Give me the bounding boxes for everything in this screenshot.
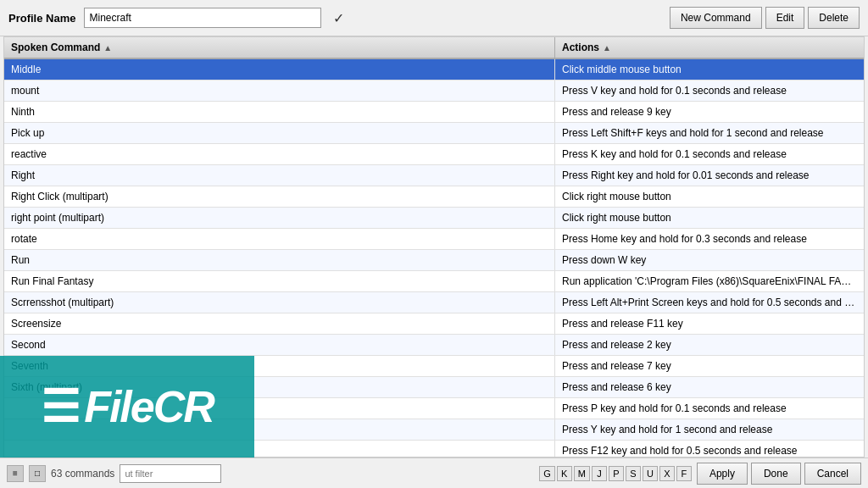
cell-action: Click middle mouse button <box>555 59 864 80</box>
table-row[interactable]: Press P key and hold for 0.1 seconds and… <box>4 398 864 419</box>
table-row[interactable]: RightPress Right key and hold for 0.01 s… <box>4 165 864 186</box>
cell-action: Press K key and hold for 0.1 seconds and… <box>555 144 864 164</box>
letter-filter-btn-m[interactable]: M <box>574 466 590 481</box>
commands-table: Spoken Command ▲ Actions ▲ MiddleClick m… <box>3 36 865 458</box>
cell-spoken: Sixth (multipart) <box>4 377 555 397</box>
letter-filter: GKMJPSUXF <box>539 466 692 481</box>
letter-filter-btn-s[interactable]: S <box>626 466 641 481</box>
table-row[interactable]: ScreensizePress and release F11 key <box>4 313 864 335</box>
actions-sort-icon: ▲ <box>603 43 611 53</box>
table-row[interactable]: SecondPress and release 2 key <box>4 335 864 356</box>
table-row[interactable]: Run Final FantasyRun application 'C:\Pro… <box>4 271 864 292</box>
cell-action: Click right mouse button <box>555 186 864 207</box>
edit-button[interactable]: Edit <box>765 7 805 29</box>
table-row[interactable]: MiddleClick middle mouse button <box>4 59 864 80</box>
letter-filter-btn-p[interactable]: P <box>609 466 624 481</box>
cell-action: Press and release F11 key <box>555 313 864 334</box>
cell-spoken: Pick up <box>4 123 555 143</box>
table-row[interactable]: Press F12 key and hold for 0.5 seconds a… <box>4 441 864 457</box>
cell-action: Press Home key and hold for 0.3 seconds … <box>555 229 864 249</box>
table-row[interactable]: RunPress down W key <box>4 250 864 271</box>
table-row[interactable]: Press Y key and hold for 1 second and re… <box>4 419 864 441</box>
cell-action: Press Right key and hold for 0.01 second… <box>555 165 864 186</box>
cell-action: Press V key and hold for 0.1 seconds and… <box>555 80 864 101</box>
table-row[interactable]: Scrrensshot (multipart)Press Left Alt+Pr… <box>4 292 864 313</box>
cell-action: Press Left Alt+Print Screen keys and hol… <box>555 292 864 313</box>
filter-input[interactable] <box>120 464 221 483</box>
cell-spoken: Run Final Fantasy <box>4 271 555 291</box>
cell-spoken: Run <box>4 250 555 270</box>
delete-button[interactable]: Delete <box>808 7 860 29</box>
table-header: Spoken Command ▲ Actions ▲ <box>4 37 864 59</box>
bottom-icon-2[interactable]: □ <box>29 465 46 482</box>
bottom-bar: ≡ □ 63 commands GKMJPSUXF Apply Done Can… <box>0 458 868 488</box>
cell-spoken: Right <box>4 165 555 186</box>
table-row[interactable]: Pick upPress Left Shift+F keys and hold … <box>4 123 864 144</box>
cell-spoken: right point (multipart) <box>4 208 555 228</box>
cell-spoken <box>4 419 555 440</box>
cell-spoken: Ninth <box>4 102 555 122</box>
cell-spoken <box>4 398 555 419</box>
cell-action: Press down W key <box>555 250 864 270</box>
letter-filter-btn-k[interactable]: K <box>557 466 572 481</box>
spoken-command-header[interactable]: Spoken Command ▲ <box>4 37 555 58</box>
letter-filter-btn-j[interactable]: J <box>592 466 607 481</box>
bottom-right-buttons: Apply Done Cancel <box>697 463 861 485</box>
cell-action: Press F12 key and hold for 0.5 seconds a… <box>555 441 864 457</box>
cell-spoken: Seventh <box>4 356 555 376</box>
table-body[interactable]: MiddleClick middle mouse buttonmountPres… <box>4 59 864 457</box>
cell-action: Press P key and hold for 0.1 seconds and… <box>555 398 864 419</box>
cell-action: Press and release 2 key <box>555 335 864 355</box>
table-row[interactable]: right point (multipart)Click right mouse… <box>4 208 864 229</box>
profile-name-input[interactable] <box>84 8 321 28</box>
table-row[interactable]: NinthPress and release 9 key <box>4 102 864 123</box>
cell-action: Press Left Shift+F keys and hold for 1 s… <box>555 123 864 143</box>
cell-spoken: Screensize <box>4 313 555 334</box>
cell-action: Press Y key and hold for 1 second and re… <box>555 419 864 440</box>
table-row[interactable]: mountPress V key and hold for 0.1 second… <box>4 80 864 102</box>
bottom-icon-1[interactable]: ≡ <box>7 465 24 482</box>
letter-filter-btn-x[interactable]: X <box>659 466 675 481</box>
letter-filter-btn-g[interactable]: G <box>539 466 555 481</box>
cell-action: Press and release 6 key <box>555 377 864 397</box>
cell-action: Run application 'C:\Program Files (x86)\… <box>555 271 864 291</box>
table-row[interactable]: Right Click (multipart)Click right mouse… <box>4 186 864 208</box>
new-command-button[interactable]: New Command <box>670 7 762 29</box>
cell-action: Click right mouse button <box>555 208 864 228</box>
table-row[interactable]: rotatePress Home key and hold for 0.3 se… <box>4 229 864 250</box>
table-row[interactable]: SeventhPress and release 7 key <box>4 356 864 377</box>
cell-action: Press and release 7 key <box>555 356 864 376</box>
cell-spoken: Middle <box>4 59 555 80</box>
table-row[interactable]: Sixth (multipart)Press and release 6 key <box>4 377 864 398</box>
table-row[interactable]: reactivePress K key and hold for 0.1 sec… <box>4 144 864 165</box>
sort-arrow-icon: ▲ <box>103 43 112 53</box>
cell-spoken: Right Click (multipart) <box>4 186 555 207</box>
cell-spoken: Second <box>4 335 555 355</box>
command-count: 63 commands <box>51 468 114 480</box>
profile-name-label: Profile Name <box>8 12 75 25</box>
cell-spoken <box>4 441 555 457</box>
apply-button[interactable]: Apply <box>697 463 748 485</box>
letter-filter-btn-f[interactable]: F <box>676 466 692 481</box>
cell-spoken: mount <box>4 80 555 101</box>
cancel-button[interactable]: Cancel <box>804 463 861 485</box>
done-button[interactable]: Done <box>751 463 801 485</box>
cell-spoken: Scrrensshot (multipart) <box>4 292 555 313</box>
cell-spoken: reactive <box>4 144 555 164</box>
letter-filter-btn-u[interactable]: U <box>643 466 658 481</box>
top-buttons: New Command Edit Delete <box>670 7 860 29</box>
cell-spoken: rotate <box>4 229 555 249</box>
checkmark-icon: ✓ <box>333 10 344 26</box>
actions-header[interactable]: Actions ▲ <box>555 37 864 58</box>
top-bar: Profile Name ✓ New Command Edit Delete <box>0 0 868 36</box>
cell-action: Press and release 9 key <box>555 102 864 122</box>
